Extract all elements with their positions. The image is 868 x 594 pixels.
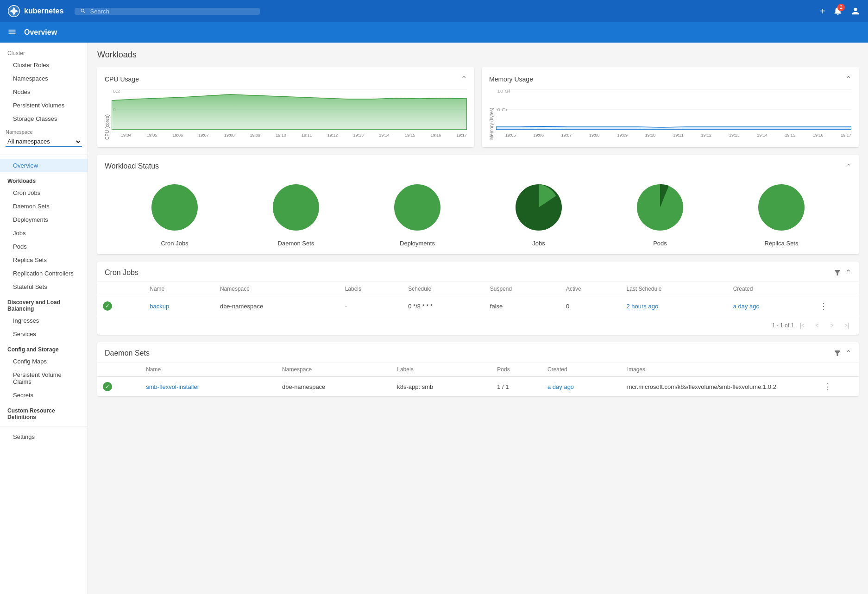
cpu-chart-toggle[interactable]: ⌃ [461,75,467,83]
sidebar-item-pods[interactable]: Pods [0,240,88,253]
content-area: Workloads CPU Usage ⌃ CPU (cores) [88,43,868,594]
add-button[interactable]: + [820,6,825,17]
discovery-section-title: Discovery and Load Balancing [0,294,88,314]
filter-icon-2[interactable] [833,349,842,357]
cron-jobs-pagination: 1 - 1 of 1 |< < > >| [97,316,859,335]
ds-created-link[interactable]: a day ago [547,383,574,390]
cron-jobs-header: Cron Jobs ⌃ [97,262,859,282]
topbar: kubernetes + 2 [0,0,868,22]
cpu-chart-area: CPU (cores) [105,89,467,140]
more-options-btn[interactable]: ⋮ [819,301,828,311]
daemon-sets-header: Daemon Sets ⌃ [97,342,859,363]
ds-row-status: ✓ [97,377,140,397]
svg-text:0.2: 0.2 [113,89,120,94]
ds-row-name: smb-flexvol-installer [140,377,277,397]
row-name: backup [144,296,214,316]
ds-more-options-btn[interactable]: ⋮ [823,382,831,391]
smb-link[interactable]: smb-flexvol-installer [146,383,199,390]
replica-sets-pie [754,180,809,235]
table-row: ✓ smb-flexvol-installer dbe-namespace k8… [97,377,859,397]
status-pods: Pods [632,180,688,247]
pagination-info: 1 - 1 of 1 [772,322,794,329]
cpu-chart-svg: 0 0.2 [112,89,467,131]
page-title: Workloads [97,50,859,60]
ds-row-more: ⋮ [818,377,859,397]
status-cron-jobs: Cron Jobs [147,180,202,247]
user-icon[interactable] [850,6,861,16]
status-deployments: Deployments [390,180,445,247]
row-namespace: dbe-namespace [214,296,340,316]
svg-text:10 Gi: 10 Gi [497,89,510,94]
sidebar-item-jobs[interactable]: Jobs [0,226,88,240]
namespace-select[interactable]: All namespaces default kube-system dbe-n… [6,137,82,147]
next-page-btn[interactable]: > [825,319,838,332]
filter-icon[interactable] [833,269,842,277]
sidebar-item-config-maps[interactable]: Config Maps [0,355,88,368]
sidebar-item-namespaces[interactable]: Namespaces [0,72,88,85]
status-circles: Cron Jobs Daemon Sets Deployments [105,180,851,247]
row-labels: - [340,296,403,316]
cpu-chart-card: CPU Usage ⌃ CPU (cores) [97,67,474,147]
status-replica-sets: Replica Sets [754,180,809,247]
sidebar-item-replication-controllers[interactable]: Replication Controllers [0,267,88,280]
status-header: Workload Status ⌃ [105,162,851,170]
sidebar-item-settings[interactable]: Settings [0,430,88,444]
last-schedule-link[interactable]: 2 hours ago [626,303,658,310]
sidebar-item-nodes[interactable]: Nodes [0,85,88,99]
cpu-y-label: CPU (cores) [105,89,110,140]
daemon-sets-toggle[interactable]: ⌃ [845,349,851,357]
sidebar-item-cluster-roles[interactable]: Cluster Roles [0,58,88,72]
row-schedule: 0 */8 * * * [403,296,484,316]
ds-row-labels: k8s-app: smb [391,377,491,397]
sidebar-item-ingresses[interactable]: Ingresses [0,314,88,327]
menu-icon[interactable] [7,27,17,38]
col-status [97,282,144,296]
cron-jobs-card: Cron Jobs ⌃ Name Namespace Labels Schedu… [97,262,859,335]
status-ok-icon: ✓ [103,301,112,311]
sidebar-item-persistent-volumes[interactable]: Persistent Volumes [0,99,88,112]
search-input[interactable] [90,8,255,15]
created-link[interactable]: a day ago [733,303,760,310]
daemon-sets-label: Daemon Sets [278,240,314,247]
notifications[interactable]: 2 [833,6,843,17]
backup-link[interactable]: backup [150,303,169,310]
row-more: ⋮ [814,296,859,316]
row-created: a day ago [728,296,814,316]
ds-col-actions [818,363,859,377]
sidebar-item-storage-classes[interactable]: Storage Classes [0,112,88,125]
memory-y-label: Memory (bytes) [489,89,494,140]
sidebar-item-services[interactable]: Services [0,327,88,341]
prev-page-btn[interactable]: < [811,319,824,332]
topbar-actions: + 2 [820,6,861,17]
daemon-sets-pie [268,180,324,235]
row-active: 0 [560,296,621,316]
cron-jobs-toggle[interactable]: ⌃ [845,268,851,277]
ds-col-status [97,363,140,377]
first-page-btn[interactable]: |< [796,319,809,332]
ds-col-images: Images [622,363,818,377]
charts-row: CPU Usage ⌃ CPU (cores) [97,67,859,147]
sidebar-item-pvc[interactable]: Persistent Volume Claims [0,368,88,388]
row-last-schedule: 2 hours ago [621,296,727,316]
sidebar-item-replica-sets[interactable]: Replica Sets [0,253,88,267]
jobs-label: Jobs [532,240,545,247]
sidebar-item-overview[interactable]: Overview [0,159,88,172]
sidebar-item-deployments[interactable]: Deployments [0,213,88,226]
sidebar-item-daemon-sets[interactable]: Daemon Sets [0,200,88,213]
crd-section-title: Custom Resource Definitions [0,402,88,422]
svg-point-1 [13,10,16,13]
ds-col-labels: Labels [391,363,491,377]
namespace-section: Namespace All namespaces default kube-sy… [0,125,88,151]
last-page-btn[interactable]: >| [840,319,853,332]
sidebar-item-stateful-sets[interactable]: Stateful Sets [0,280,88,294]
svg-point-15 [758,184,805,231]
sidebar-item-secrets[interactable]: Secrets [0,388,88,402]
memory-chart-toggle[interactable]: ⌃ [845,75,851,83]
status-title: Workload Status [105,162,159,170]
status-toggle[interactable]: ⌃ [846,163,851,170]
search-bar[interactable] [75,8,260,15]
sidebar-item-cron-jobs[interactable]: Cron Jobs [0,186,88,200]
ds-col-pods: Pods [491,363,542,377]
cpu-chart-header: CPU Usage ⌃ [105,75,467,83]
row-suspend: false [484,296,560,316]
